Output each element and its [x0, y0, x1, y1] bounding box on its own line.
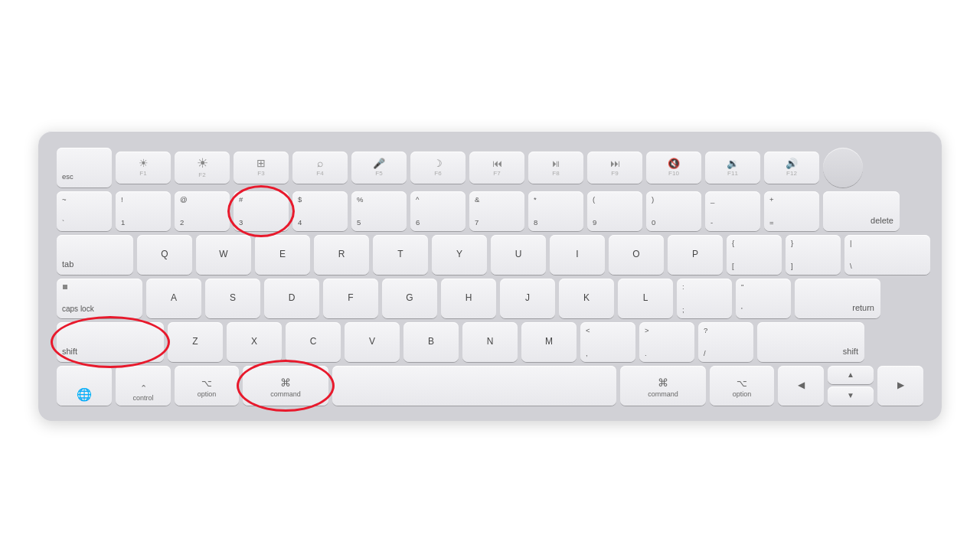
key-9[interactable]: ( 9 [587, 191, 642, 231]
key-f[interactable]: F [323, 279, 378, 318]
key-k[interactable]: K [559, 279, 614, 318]
key-tab[interactable]: tab [57, 235, 133, 275]
key-r[interactable]: R [314, 235, 369, 275]
key-c[interactable]: C [286, 322, 341, 362]
key-f11[interactable]: 🔉 F11 [705, 152, 760, 184]
key-4[interactable]: $ 4 [292, 191, 348, 231]
key-command-left[interactable]: ⌘ command [243, 366, 328, 406]
key-comma[interactable]: < , [580, 322, 635, 362]
keyboard: esc ☀ F1 ☀ F2 ⊞ F3 ⌕ F4 🎤 F5 [38, 131, 942, 421]
key-x[interactable]: X [227, 322, 282, 362]
key-b[interactable]: B [403, 322, 459, 362]
key-arrow-right[interactable]: ▶ [877, 366, 923, 406]
key-bracket-r[interactable]: } ] [786, 235, 841, 275]
key-l[interactable]: L [618, 279, 673, 318]
key-f6[interactable]: ☽ F6 [410, 152, 466, 184]
key-caps-lock[interactable]: caps lock [57, 279, 142, 318]
key-5[interactable]: % 5 [351, 191, 407, 231]
key-e[interactable]: E [255, 235, 310, 275]
key-3[interactable]: # 3 [234, 191, 289, 231]
key-6[interactable]: ^ 6 [410, 191, 466, 231]
key-touchid[interactable] [823, 148, 863, 187]
key-f5[interactable]: 🎤 F5 [351, 152, 407, 184]
key-f4[interactable]: ⌕ F4 [292, 152, 348, 184]
asdf-row: caps lock A S D F G H J K L : ; " ' retu… [57, 279, 923, 318]
key-minus[interactable]: _ - [705, 191, 760, 231]
key-arrow-up[interactable]: ▲ [828, 366, 874, 385]
key-esc[interactable]: esc [57, 148, 112, 187]
key-0[interactable]: ) 0 [646, 191, 701, 231]
key-q[interactable]: Q [137, 235, 192, 275]
key-shift-right[interactable]: shift [757, 322, 864, 362]
key-equal[interactable]: + = [764, 191, 819, 231]
key-command-right[interactable]: ⌘ command [620, 366, 706, 406]
key-option-right[interactable]: ⌥ option [710, 366, 774, 406]
key-h[interactable]: H [441, 279, 496, 318]
key-globe[interactable]: 🌐 [57, 366, 112, 406]
key-f2[interactable]: ☀ F2 [175, 152, 230, 184]
key-f10[interactable]: 🔇 F10 [646, 152, 701, 184]
key-f1[interactable]: ☀ F1 [116, 152, 171, 184]
key-p[interactable]: P [668, 235, 723, 275]
key-option-left[interactable]: ⌥ option [175, 366, 239, 406]
key-n[interactable]: N [462, 322, 518, 362]
key-f7[interactable]: ⏮ F7 [469, 152, 524, 184]
key-y[interactable]: Y [432, 235, 487, 275]
key-f12[interactable]: 🔊 F12 [764, 152, 819, 184]
bottom-row: 🌐 ⌃ control ⌥ option ⌘ command [57, 366, 923, 406]
zxcv-row: shift Z X C V B N M < , > . ? / shift [57, 322, 923, 362]
key-v[interactable]: V [345, 322, 400, 362]
key-semicolon[interactable]: : ; [677, 279, 732, 318]
key-return[interactable]: return [795, 279, 880, 318]
key-delete[interactable]: delete [823, 191, 900, 231]
qwerty-row: tab Q W E R T Y U I O P { [ } ] | \ [57, 235, 923, 275]
number-row: ~ ` ! 1 @ 2 # 3 $ 4 % 5 [57, 191, 923, 231]
key-f9[interactable]: ⏭ F9 [587, 152, 642, 184]
key-8[interactable]: * 8 [528, 191, 583, 231]
key-7[interactable]: & 7 [469, 191, 524, 231]
key-u[interactable]: U [491, 235, 546, 275]
key-period[interactable]: > . [639, 322, 694, 362]
key-t[interactable]: T [373, 235, 428, 275]
key-bracket-l[interactable]: { [ [727, 235, 782, 275]
esc-label: esc [62, 172, 106, 182]
key-g[interactable]: G [382, 279, 437, 318]
key-w[interactable]: W [196, 235, 251, 275]
key-shift-left[interactable]: shift [57, 322, 164, 362]
keyboard-rows: esc ☀ F1 ☀ F2 ⊞ F3 ⌕ F4 🎤 F5 [57, 148, 923, 406]
key-d[interactable]: D [264, 279, 319, 318]
key-slash[interactable]: ? / [698, 322, 753, 362]
key-arrow-left[interactable]: ◀ [778, 366, 824, 406]
fn-row: esc ☀ F1 ☀ F2 ⊞ F3 ⌕ F4 🎤 F5 [57, 148, 923, 187]
key-quote[interactable]: " ' [736, 279, 791, 318]
key-f3[interactable]: ⊞ F3 [234, 152, 289, 184]
key-a[interactable]: A [146, 279, 201, 318]
key-m[interactable]: M [521, 322, 577, 362]
key-space[interactable] [332, 366, 616, 406]
key-1[interactable]: ! 1 [116, 191, 171, 231]
key-control[interactable]: ⌃ control [116, 366, 171, 406]
key-j[interactable]: J [500, 279, 555, 318]
key-s[interactable]: S [205, 279, 260, 318]
key-backtick[interactable]: ~ ` [57, 191, 112, 231]
key-z[interactable]: Z [168, 322, 223, 362]
key-arrow-down[interactable]: ▼ [828, 386, 874, 406]
key-i[interactable]: I [550, 235, 605, 275]
key-backslash[interactable]: | \ [844, 235, 930, 275]
key-o[interactable]: O [609, 235, 664, 275]
key-2[interactable]: @ 2 [175, 191, 230, 231]
key-f8[interactable]: ⏯ F8 [528, 152, 583, 184]
